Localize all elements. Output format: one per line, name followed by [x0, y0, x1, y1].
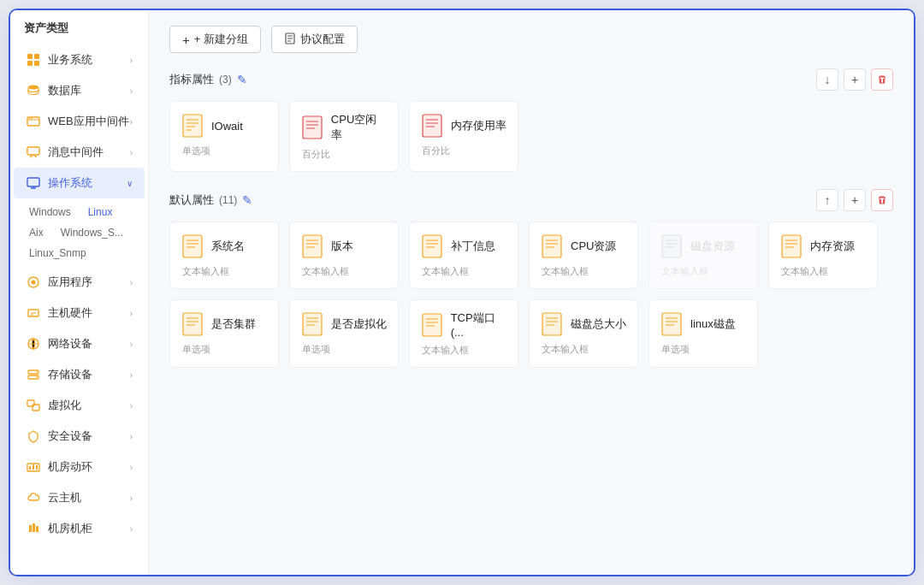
card-sys-name-icon-row: 系统名 — [181, 233, 268, 260]
card-is-virtual[interactable]: 是否虚拟化 单选项 — [289, 299, 399, 368]
card-is-cluster-icon — [181, 310, 204, 338]
os-sub-aix[interactable]: Aix — [24, 225, 49, 240]
card-mem-usage[interactable]: 内存使用率 百分比 — [409, 101, 518, 172]
svg-point-16 — [36, 371, 38, 373]
os-sub: Windows Linux Aix Windows_S... Linux_Snm… — [10, 198, 148, 267]
card-mem-res-icon — [779, 233, 803, 260]
card-iowait[interactable]: IOwait 单选项 — [169, 101, 279, 172]
card-disk-res-sub: 文本输入框 — [660, 265, 747, 278]
svg-rect-37 — [542, 313, 561, 335]
sidebar-item-business[interactable]: 业务系统 › — [14, 44, 145, 75]
os-sub-windows-s[interactable]: Windows_S... — [56, 225, 128, 240]
chevron-icon-cloud: › — [130, 493, 133, 503]
card-disk-res-title: 磁盘资源 — [690, 239, 735, 254]
card-is-virtual-icon-row: 是否虚拟化 — [300, 310, 388, 338]
default-add-button[interactable]: + — [844, 189, 866, 211]
card-version[interactable]: 版本 文本输入框 — [289, 222, 399, 289]
indicator-title-text: 指标属性 — [169, 72, 214, 87]
sidebar-item-network[interactable]: 网络设备 › — [14, 328, 145, 359]
web-icon — [26, 114, 41, 129]
svg-rect-2 — [27, 61, 33, 66]
sidebar-item-database[interactable]: 数据库 › — [14, 75, 145, 106]
sidebar-item-security[interactable]: 安全设备 › — [14, 421, 145, 452]
card-mem-res[interactable]: 内存资源 文本输入框 — [768, 222, 878, 289]
sidebar-title: 资产类型 — [10, 21, 148, 44]
card-mem-usage-title: 内存使用率 — [451, 118, 506, 133]
indicator-edit-icon[interactable]: ✎ — [237, 73, 247, 86]
card-linux-disk-title: linux磁盘 — [690, 316, 736, 332]
os-sub-windows[interactable]: Windows — [24, 204, 76, 220]
sidebar-label-storage: 存储设备 — [48, 367, 92, 382]
sidebar-item-app[interactable]: 应用程序 › — [14, 267, 145, 298]
card-is-cluster-title: 是否集群 — [211, 316, 256, 332]
new-group-button[interactable]: + + 新建分组 — [169, 26, 261, 53]
os-sub-linux[interactable]: Linux — [83, 204, 118, 220]
os-sub-row1: Windows Linux — [24, 202, 148, 222]
sidebar-item-message[interactable]: 消息中间件 › — [14, 137, 145, 168]
card-tcp-port-title: TCP端口(... — [451, 310, 507, 339]
card-patch-info-icon-row: 补丁信息 — [420, 233, 507, 260]
card-cpu-idle-title: CPU空闲率 — [331, 112, 388, 143]
svg-point-17 — [36, 376, 38, 378]
sidebar-label-web: WEB应用中间件 — [48, 114, 129, 129]
indicator-add-button[interactable]: + — [844, 68, 866, 91]
default-delete-button[interactable] — [871, 189, 893, 211]
indicator-delete-button[interactable] — [871, 68, 893, 91]
card-is-cluster[interactable]: 是否集群 单选项 — [169, 299, 279, 368]
card-disk-res-icon-row: 磁盘资源 — [660, 233, 747, 260]
card-sys-name[interactable]: 系统名 文本输入框 — [169, 222, 279, 289]
default-section: 默认属性 (11) ✎ ↑ + — [169, 189, 893, 368]
sidebar-label-cloud: 云主机 — [48, 490, 81, 505]
svg-rect-34 — [183, 313, 202, 335]
card-linux-disk[interactable]: linux磁盘 单选项 — [649, 299, 758, 368]
card-sys-name-title: 系统名 — [211, 239, 245, 254]
sidebar-item-cabinet[interactable]: 机房机柜 › — [14, 513, 145, 544]
default-section-header: 默认属性 (11) ✎ ↑ + — [169, 189, 893, 211]
cabinet-icon — [26, 521, 41, 536]
default-up-button[interactable]: ↑ — [816, 189, 838, 211]
sidebar-item-storage[interactable]: 存储设备 › — [14, 359, 145, 390]
sidebar-item-room[interactable]: 机房动环 › — [14, 452, 145, 482]
host-icon — [26, 305, 41, 321]
card-disk-res[interactable]: 磁盘资源 文本输入框 — [649, 222, 758, 289]
indicator-count: (3) — [219, 74, 232, 86]
svg-rect-30 — [423, 235, 441, 257]
sidebar-item-web[interactable]: WEB应用中间件 › — [14, 106, 145, 137]
plus-icon: + — [182, 32, 190, 47]
card-cpu-idle-icon-row: CPU空闲率 — [300, 112, 388, 143]
sidebar-item-cloud[interactable]: 云主机 › — [14, 482, 145, 513]
chevron-icon-cabinet: › — [130, 524, 133, 534]
svg-rect-18 — [27, 400, 34, 406]
indicator-section-header: 指标属性 (3) ✎ ↓ + — [169, 68, 893, 91]
card-disk-total-icon — [540, 310, 564, 338]
sidebar-item-host[interactable]: 主机硬件 › — [14, 298, 145, 328]
card-cpu-res[interactable]: CPU资源 文本输入框 — [529, 222, 638, 289]
chevron-icon-virtual: › — [130, 401, 133, 411]
indicator-cards: IOwait 单选项 CPU空闲率 — [169, 101, 893, 172]
card-tcp-port[interactable]: TCP端口(... 文本输入框 — [409, 299, 518, 368]
card-cpu-idle[interactable]: CPU空闲率 百分比 — [289, 101, 399, 172]
sidebar-item-virtual[interactable]: 虚拟化 › — [14, 390, 145, 421]
sidebar-item-os[interactable]: 操作系统 ∨ — [14, 168, 145, 198]
main-window: 资产类型 业务系统 › — [9, 9, 915, 576]
svg-rect-22 — [33, 523, 35, 532]
svg-rect-8 — [27, 147, 39, 155]
card-cpu-res-title: CPU资源 — [571, 239, 616, 254]
virtual-icon — [26, 398, 41, 413]
os-sub-row2: Aix Windows_S... — [24, 222, 148, 243]
default-edit-icon[interactable]: ✎ — [242, 193, 252, 207]
card-mem-usage-icon — [420, 112, 444, 139]
protocol-config-button[interactable]: 协议配置 — [271, 26, 358, 53]
card-patch-info[interactable]: 补丁信息 文本输入框 — [409, 222, 518, 289]
card-disk-total[interactable]: 磁盘总大小 文本输入框 — [529, 299, 638, 368]
protocol-config-label: 协议配置 — [300, 32, 345, 47]
indicator-down-button[interactable]: ↓ — [816, 68, 838, 91]
indicator-title: 指标属性 (3) ✎ — [169, 72, 247, 87]
indicator-section: 指标属性 (3) ✎ ↓ + — [169, 68, 893, 172]
os-sub-linux-snmp[interactable]: Linux_Snmp — [24, 245, 92, 261]
cloud-icon — [26, 490, 41, 505]
chevron-icon-web: › — [130, 117, 133, 127]
card-cpu-res-sub: 文本输入框 — [540, 265, 627, 278]
sidebar-label-app: 应用程序 — [48, 275, 92, 290]
new-group-label: + 新建分组 — [194, 32, 248, 47]
